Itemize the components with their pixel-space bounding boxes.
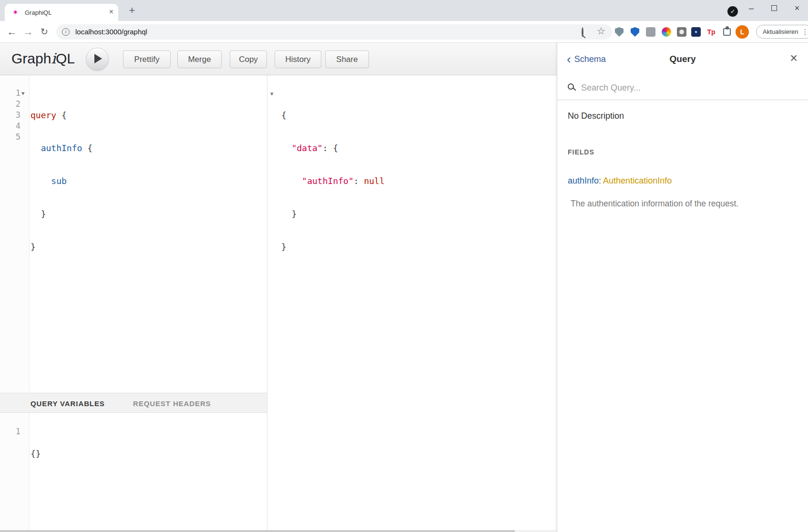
doc-search-input[interactable] <box>581 81 791 94</box>
code-line: { <box>281 110 385 121</box>
scrollbar-thumb[interactable] <box>0 530 515 532</box>
line-number: 4 <box>0 121 20 132</box>
back-button[interactable]: ← <box>4 21 20 42</box>
code-line: } <box>281 208 385 219</box>
token-punct: {} <box>31 449 41 459</box>
gray-extension-icon[interactable] <box>646 27 655 37</box>
blue-shield-extension-icon[interactable] <box>631 27 640 37</box>
execute-query-button[interactable] <box>86 48 109 71</box>
merge-button[interactable]: Merge <box>177 51 222 68</box>
address-bar[interactable]: i localhost:3000/graphql ☆ <box>56 24 612 40</box>
logo-ql: QL <box>56 51 75 66</box>
token-punct: } <box>31 242 36 252</box>
profile-avatar[interactable]: L <box>736 25 749 39</box>
token-field: sub <box>51 176 67 186</box>
doc-no-description: No Description <box>568 111 624 121</box>
doc-title: Query <box>557 43 808 75</box>
token-null: null <box>364 176 384 186</box>
variables-line-number-gutter: 1 <box>0 413 30 530</box>
result-viewer: { "data": { "authInfo": null } } <box>281 88 385 274</box>
tab-query-variables[interactable]: QUERY VARIABLES <box>31 399 105 408</box>
doc-field-name-link[interactable]: authInfo <box>568 176 599 185</box>
zoom-icon[interactable] <box>582 28 583 37</box>
browser-update-menu-button[interactable]: Aktualisieren ⋮ <box>756 25 808 39</box>
page-info-icon[interactable]: i <box>62 28 70 36</box>
window-close-button[interactable]: × <box>786 0 808 16</box>
share-button[interactable]: Share <box>325 51 369 68</box>
reload-button[interactable]: ↻ <box>36 21 52 42</box>
tab-request-headers[interactable]: REQUEST HEADERS <box>133 399 211 408</box>
doc-close-icon[interactable]: × <box>790 43 798 75</box>
logo-graph: Graph <box>11 51 51 66</box>
update-check-glyph: ✓ <box>730 8 735 15</box>
line-number-gutter: 1 2 3 4 5 <box>0 75 30 393</box>
browser-update-icon[interactable]: ✓ <box>727 6 738 17</box>
result-fold-arrow-icon[interactable]: ▾ <box>270 88 274 99</box>
camera-extension-icon[interactable] <box>677 27 686 37</box>
forward-button[interactable]: → <box>20 21 36 42</box>
window-maximize-button[interactable] <box>763 0 785 16</box>
dark-grid-extension-icon[interactable] <box>691 27 701 37</box>
browser-window: ✶ GraphiQL × + ✓ – × ← → ↻ i localhost:3… <box>0 0 808 532</box>
token-punct: } <box>31 209 46 219</box>
history-button[interactable]: History <box>275 51 321 68</box>
token-punct: : <box>323 143 333 153</box>
line-number: 1 <box>0 88 20 99</box>
tp-label: Tp <box>706 27 716 37</box>
bookmark-star-icon[interactable]: ☆ <box>597 25 605 37</box>
prettify-button[interactable]: Prettify <box>123 51 171 68</box>
menu-dots-icon: ⋮ <box>801 28 808 36</box>
graphiql-logo: GraphiQL <box>11 50 75 67</box>
token-punct: : <box>354 176 364 186</box>
token-keyword: query <box>31 110 56 120</box>
url-text: localhost:3000/graphql <box>75 28 147 36</box>
fold-arrow-icon[interactable]: ▾ <box>21 88 25 99</box>
copy-button[interactable]: Copy <box>230 51 267 68</box>
token-punct: } <box>281 242 286 252</box>
update-label: Aktualisieren <box>763 28 798 35</box>
token-key: "authInfo" <box>302 176 353 186</box>
code-line: "data": { <box>281 143 385 153</box>
magnifier-glyph <box>582 27 583 37</box>
code-line: } <box>281 241 385 252</box>
code-line: } <box>31 208 92 219</box>
play-icon <box>94 54 102 63</box>
token-field: authInfo <box>41 143 82 153</box>
token-punct: { <box>56 110 67 120</box>
tab-close-icon[interactable]: × <box>109 8 113 16</box>
token-indent <box>281 176 302 186</box>
code-line: } <box>31 241 92 252</box>
doc-field-type-link[interactable]: AuthenticationInfo <box>603 176 672 185</box>
token-indent <box>31 143 41 153</box>
variable-editor-title-bar: QUERY VARIABLES REQUEST HEADERS <box>0 393 267 413</box>
code-line: authInfo { <box>31 143 92 153</box>
doc-explorer-panel: ‹ Schema Query × No Description FIELDS a… <box>557 43 808 532</box>
horizontal-scrollbar[interactable] <box>0 530 557 532</box>
shield-extension-icon[interactable] <box>615 27 624 37</box>
variables-editor[interactable]: {} <box>31 426 51 481</box>
browser-navbar: ← → ↻ i localhost:3000/graphql ☆ Tp L Ak… <box>0 21 808 43</box>
logo-i: i <box>51 50 56 67</box>
doc-search-row <box>557 75 808 100</box>
token-key: "data" <box>292 143 323 153</box>
token-indent <box>281 143 292 153</box>
pane-divider[interactable] <box>267 75 267 530</box>
line-number: 3 <box>0 110 20 121</box>
token-punct: { <box>82 143 92 153</box>
graphql-favicon-icon: ✶ <box>12 8 19 17</box>
code-line: "authInfo": null <box>281 175 385 186</box>
token-punct: } <box>281 209 297 219</box>
code-line: sub <box>31 175 92 186</box>
window-minimize-button[interactable]: – <box>740 0 762 16</box>
search-icon <box>568 83 574 90</box>
query-editor[interactable]: query { authInfo { sub } } <box>31 88 92 274</box>
color-wheel-extension-icon[interactable] <box>662 27 671 37</box>
doc-field-row: authInfo: AuthenticationInfo <box>568 176 672 186</box>
extensions-puzzle-icon[interactable] <box>722 27 732 37</box>
browser-tab[interactable]: ✶ GraphiQL × <box>5 4 118 21</box>
tab-title: GraphiQL <box>25 9 51 16</box>
tp-extension-icon[interactable]: Tp <box>706 27 716 37</box>
line-number: 2 <box>0 99 20 110</box>
line-number: 1 <box>0 426 20 437</box>
new-tab-button[interactable]: + <box>125 4 139 18</box>
